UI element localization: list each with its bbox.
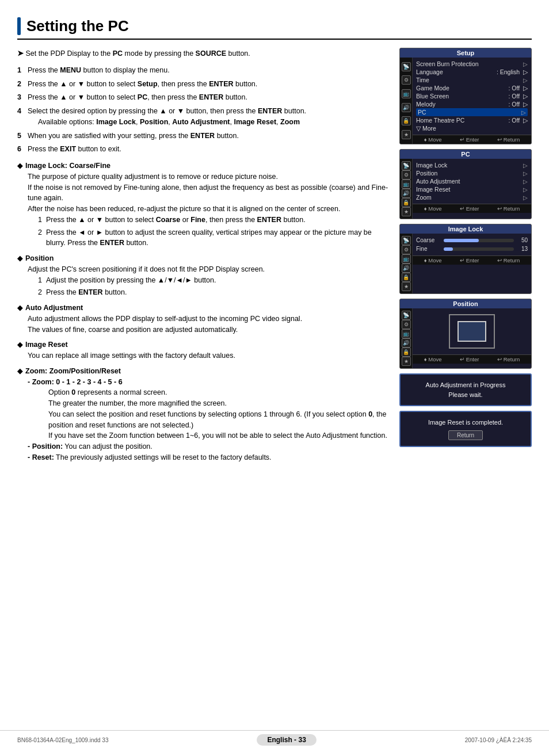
title-bar: Setting the PC [17,17,532,40]
icon-tv-2: 📺 [402,180,411,189]
osd-row-language: Language : English ▷ [416,68,528,76]
icon-tv-4: 📺 [402,329,411,338]
zoom-position-note: - Position: You can adjust the position. [28,441,390,452]
osd-panel-pc: PC 📡 ⚙ 📺 🔊 🔒 ★ Image Lock [399,149,532,219]
osd-panel-imagelock: Image Lock 📡 ⚙ 📺 🔊 🔒 ★ Coarse [399,224,532,294]
osd-position-icons: 📡 ⚙ 📺 🔊 🔒 ★ [400,308,413,368]
footer-return-1: ↩ Return [497,136,520,143]
osd-setup-footer: ♦ Move ↵ Enter ↩ Return [413,135,531,144]
osd-pc-content: Image Lock ▷ Position ▷ Auto Adjustment … [413,159,531,219]
page-outer: Setting the PC ➤ Set the PDP Display to … [0,0,549,756]
section-image-reset: ◆ Image Reset You can replace all image … [17,339,390,361]
return-button[interactable]: Return [448,430,483,440]
icon-star-4: ★ [402,357,411,366]
step-3: 3 Press the ▲ or ▼ button to select PC, … [17,92,390,103]
fine-bar-track [444,247,514,251]
title-accent [17,17,21,35]
step-2: 2 Press the ▲ or ▼ button to select Setu… [17,79,390,90]
osd-row-autoadj: Auto Adjustment ▷ [416,177,528,185]
footer-move-1: ♦ Move [424,136,442,143]
osd-setup-content: Screen Burn Protection ▷ Language : Engl… [413,58,531,144]
icon-antenna: 📡 [402,62,411,71]
osd-imagelock-icons: 📡 ⚙ 📺 🔊 🔒 ★ [400,234,413,293]
osd-position-footer: ♦ Move ↵ Enter ↩ Return [413,354,531,364]
intro-source: SOURCE [196,49,226,58]
zoom-detail-4: If you have set the Zoom function betwee… [48,430,390,441]
pos-inner-rect [458,321,486,342]
icon-antenna-2: 📡 [402,161,411,170]
osd-setup-body: Screen Burn Protection ▷ Language : Engl… [413,58,531,135]
icon-lock-4: 🔒 [402,348,411,357]
diamond-icon-5: ◆ [17,366,22,376]
zoom-detail-1: Option 0 represents a normal screen. [48,387,390,398]
image-lock-body3: After the noise has been reduced, re-adj… [28,204,390,215]
osd-pc-icons: 📡 ⚙ 📺 🔊 🔒 ★ [400,159,413,219]
position-substeps: 1 Adjust the position by pressing the ▲/… [38,275,390,299]
intro-text1: Set the PDP Display to the [25,49,112,58]
zoom-reset-note: - Reset: The previously adjusted setting… [28,452,390,463]
osd-pc-body: Image Lock ▷ Position ▷ Auto Adjustment … [413,159,531,204]
steps-list: 1 Press the MENU button to display the m… [17,65,390,155]
diamond-icon-2: ◆ [17,253,22,264]
icon-star-2: ★ [402,207,411,216]
osd-bar-fine: Fine 13 [416,245,528,253]
step-4-options: Available options: Image Lock, Position,… [38,118,300,126]
osd-position-content: ♦ Move ↵ Enter ↩ Return [413,308,531,368]
coarse-bar-track [444,239,514,242]
icon-speaker1: 🔊 [402,103,411,112]
osd-pc-footer: ♦ Move ↵ Enter ↩ Return [413,204,531,213]
auto-adj-line1: Auto Adjustment in Progress [426,381,506,388]
osd-row-time: Time ▷ [416,76,528,84]
osd-bar-coarse: Coarse 50 [416,236,528,245]
osd-row-pc-selected: PC ▷ [416,108,528,116]
osd-position-title: Position [400,299,531,308]
footer-move-2: ♦ Move [424,205,442,212]
page-title: Setting the PC [26,17,129,35]
osd-row-bluescreen: Blue Screen : Off ▷ [416,92,528,100]
footer-enter-4: ↵ Enter [460,356,479,362]
icon-speaker-4: 🔊 [402,338,411,348]
intro-note: ➤ Set the PDP Display to the PC mode by … [17,48,390,59]
image-reset-box: Image Reset is completed. Return [399,411,532,447]
section-image-reset-header: ◆ Image Reset [17,339,390,350]
intro-text3: button. [226,49,250,58]
osd-panel-position: Position 📡 ⚙ 📺 🔊 🔒 ★ [399,299,532,369]
zoom-detail-2: The greater the number, the more magnifi… [48,398,390,409]
icon-lock-2: 🔒 [402,198,411,207]
osd-position-sidebar: 📡 ⚙ 📺 🔊 🔒 ★ ♦ [400,308,531,368]
icon-lock-3: 🔒 [402,273,411,282]
icon-tv1: 📺 [402,89,411,98]
section-position-title: Position [25,253,54,264]
auto-adj-body1: Auto adjustment allows the PDP display t… [28,314,390,324]
osd-row-hometheatre: Home Theatre PC : Off ▷ [416,116,528,124]
diamond-icon: ◆ [17,161,22,171]
section-image-lock-title: Image Lock: Coarse/Fine [25,161,110,171]
section-zoom: ◆ Zoom: Zoom/Position/Reset - Zoom: 0 - … [17,366,390,463]
footer-enter-3: ↵ Enter [460,257,479,264]
section-auto-adj: ◆ Auto Adjustment Auto adjustment allows… [17,303,390,335]
position-body: Adjust the PC's screen positioning if it… [28,264,390,275]
zoom-body: - Zoom: 0 - 1 - 2 - 3 - 4 - 5 - 6 [28,377,390,388]
osd-row-screenburn: Screen Burn Protection ▷ [416,60,528,68]
coarse-val: 50 [516,237,528,243]
icon-tv-3: 📺 [402,254,411,264]
section-zoom-title: Zoom: Zoom/Position/Reset [25,366,121,377]
intro-arrow: ➤ [17,49,24,58]
footer-return-4: ↩ Return [497,356,520,362]
osd-row-more: ▽ More [416,124,528,132]
icon-star-3: ★ [402,282,411,291]
step-6: 6 Press the EXIT button to exit. [17,144,390,155]
footer-enter-1: ↵ Enter [460,136,479,143]
osd-row-zoom: Zoom ▷ [416,193,528,201]
icon-speaker-2: 🔊 [402,189,411,198]
image-lock-body2: If the noise is not removed by Fine-tuni… [28,182,390,204]
osd-row-melody: Melody : Off ▷ [416,100,528,108]
osd-pc-title: PC [400,150,531,159]
osd-imagelock-sidebar: 📡 ⚙ 📺 🔊 🔒 ★ Coarse [400,234,531,293]
zoom-detail-3: You can select the position and reset fu… [48,409,390,431]
fine-val: 13 [516,246,528,252]
icon-settings1: ⚙ [402,75,411,85]
osd-setup-icons: 📡 ⚙ 📺 🔊 🔒 ★ [400,58,413,144]
osd-imagelock-body: Coarse 50 Fine 1 [413,234,531,255]
left-col: ➤ Set the PDP Display to the PC mode by … [17,48,390,468]
